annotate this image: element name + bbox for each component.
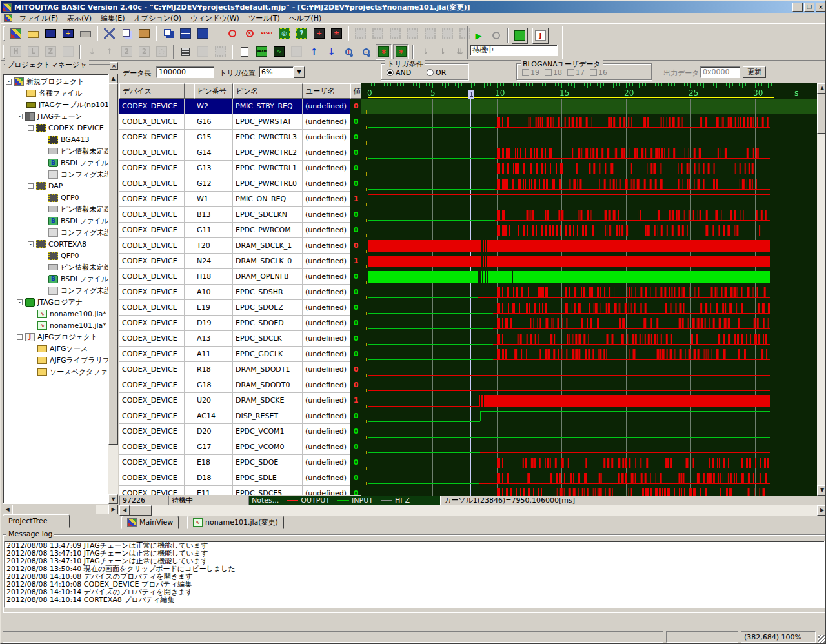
run-button[interactable]: ▶	[470, 28, 487, 44]
menu-item-5[interactable]: ウィンドウ(W)	[186, 13, 244, 24]
disconnect-probe-button[interactable]: ×	[241, 25, 257, 41]
stop-button[interactable]	[488, 28, 504, 44]
tile-vertical-button[interactable]	[195, 25, 211, 41]
wave-vscrollbar[interactable]: ▲ ▼	[817, 83, 826, 496]
wave-marker-button-1[interactable]: ∗	[376, 44, 392, 60]
bram-button[interactable]: BRAM	[254, 44, 270, 60]
tree-item-noname101.jla*[interactable]: ∿noname101.jla*	[5, 319, 108, 331]
data-length-input[interactable]: 100000	[156, 66, 214, 78]
column-header-デバイス[interactable]: デバイス	[119, 83, 185, 99]
signal-row-EPDC_PWRCTRL0[interactable]: CODEX_DEVICEG12EPDC_PWRCTRL0(undefined)	[119, 176, 350, 192]
menu-item-3[interactable]: 編集(E)	[96, 13, 130, 24]
tree-item-コンフィグ未設定[interactable]: コンフィグ未設定	[5, 285, 108, 296]
signal-row-EPDC_GDCLK[interactable]: CODEX_DEVICEA11EPDC_GDCLK(undefined)	[119, 347, 350, 362]
new-project-button[interactable]	[8, 25, 24, 41]
project-panel-close-icon[interactable]: ×	[110, 62, 118, 70]
tree-item-JTAGロジアナ[interactable]: -JTAGロジアナ	[5, 296, 108, 308]
tree-item-コンフィグ未設定[interactable]: コンフィグ未設定	[5, 226, 108, 238]
tree-expander-icon[interactable]: -	[28, 125, 34, 131]
tree-item-AJFGプロジェクト[interactable]: -JAJFGプロジェクト	[5, 331, 108, 343]
tree-item-DAP[interactable]: -DAP	[5, 180, 108, 192]
signal-row-EPDC_SDLE[interactable]: CODEX_DEVICED18EPDC_SDLE(undefined)	[119, 470, 350, 486]
or-radio[interactable]: OR	[427, 68, 446, 77]
signal-row-PMIC_STBY_REQ[interactable]: CODEX_DEVICEW2PMIC_STBY_REQ(undefined)	[119, 99, 350, 114]
tree-item-BSDLファイル参照[interactable]: BBSDLファイル参照	[5, 273, 108, 285]
signal-row-EPDC_VCOM1[interactable]: CODEX_DEVICED20EPDC_VCOM1(undefined)	[119, 424, 350, 439]
signal-row-EPDC_PWRCTRL2[interactable]: CODEX_DEVICEG14EPDC_PWRCTRL2(undefined)	[119, 145, 350, 161]
tree-item-AJFGソース[interactable]: AJFGソース	[5, 343, 108, 354]
logana-run-button[interactable]	[512, 28, 528, 44]
restore-button[interactable]: ❐	[804, 3, 814, 12]
menu-item-2[interactable]: 表示(V)	[63, 13, 96, 24]
project-tree-tab[interactable]: ProjectTree	[3, 514, 70, 528]
tree-item-QFP0[interactable]: QFP0	[5, 250, 108, 261]
signal-row-DRAM_SDCKE[interactable]: CODEX_DEVICEU20DRAM_SDCKE(undefined)	[119, 393, 350, 408]
add-device-button[interactable]: +	[311, 25, 327, 41]
tree-item-ピン情報未定義[interactable]: ピン情報未定義	[5, 261, 108, 273]
save-as-button[interactable]: +	[60, 25, 76, 41]
cut-button[interactable]	[101, 25, 117, 41]
tree-item-QFP0[interactable]: QFP0	[5, 192, 108, 203]
copy-button[interactable]	[119, 25, 135, 41]
open-button[interactable]	[25, 25, 41, 41]
waveform-capture-button[interactable]: ∿	[271, 44, 287, 60]
new-waveform-button[interactable]	[236, 44, 252, 60]
scroll-down-button[interactable]: ↓	[323, 44, 339, 60]
wave-hscrollbar[interactable]: ◀ ▶	[119, 505, 826, 516]
cascade-windows-button[interactable]	[160, 25, 176, 41]
tab-MainView[interactable]: MainView	[121, 516, 179, 529]
title-bar[interactable]: MITOUJTAG BASIC Version 2.40c - "C:¥MJ2D…	[1, 1, 826, 13]
signal-row-EPDC_SDOED[interactable]: CODEX_DEVICED19EPDC_SDOED(undefined)	[119, 316, 350, 331]
signal-row-EPDC_PWRSTAT[interactable]: CODEX_DEVICEG16EPDC_PWRSTAT(undefined)	[119, 114, 350, 130]
signal-row-EPDC_SDCLKN[interactable]: CODEX_DEVICEB13EPDC_SDCLKN(undefined)	[119, 207, 350, 223]
column-header-blank[interactable]	[185, 83, 194, 99]
trigger-pos-select[interactable]: 6%	[259, 66, 294, 78]
tree-item-AJFGライブラリファイル[interactable]: AJFGライブラリファイル	[5, 354, 108, 366]
and-radio[interactable]: AND	[387, 68, 411, 77]
tree-item-CORTEXA8[interactable]: -CORTEXA8	[5, 238, 108, 250]
menu-item-4[interactable]: オプション(O)	[130, 13, 186, 24]
menu-item-7[interactable]: ヘルプ(H)	[285, 13, 327, 24]
toolbar-grip[interactable]	[3, 45, 5, 59]
tree-item-コンフィグ未設定[interactable]: コンフィグ未設定	[5, 168, 108, 180]
wave-marker-button-2[interactable]: ∗	[393, 44, 409, 60]
zoom-out-button[interactable]: -	[358, 44, 374, 60]
tree-expander-icon[interactable]: -	[17, 299, 23, 305]
tree-item-JTAGケーブル(np1010)[interactable]: JTAGケーブル(np1010)	[5, 99, 108, 110]
signal-row-EPDC_SDOEZ[interactable]: CODEX_DEVICEE19EPDC_SDOEZ(undefined)	[119, 300, 350, 316]
signal-row-EPDC_SDCE5[interactable]: CODEX_DEVICEE11EPDC_SDCE5(undefined)	[119, 486, 350, 495]
signal-row-DRAM_SDODT0[interactable]: CODEX_DEVICEG18DRAM_SDODT0(undefined)	[119, 377, 350, 393]
menu-item-1[interactable]: ファイル(F)	[15, 13, 63, 24]
tree-item-ピン情報未定義[interactable]: ピン情報未定義	[5, 203, 108, 215]
ajfg-stop-button[interactable]: J	[532, 28, 549, 44]
signal-row-EPDC_SDSHR[interactable]: CODEX_DEVICEA10EPDC_SDSHR(undefined)	[119, 285, 350, 300]
output-data-input[interactable]: 0x0000	[700, 66, 740, 78]
tree-item-BSDLファイル参照[interactable]: BBSDLファイル参照	[5, 215, 108, 226]
tree-expander-icon[interactable]: -	[17, 334, 23, 340]
column-header-ユーザ名[interactable]: ユーザ名	[303, 83, 350, 99]
tree-expander-icon[interactable]: -	[6, 79, 12, 85]
reset-button[interactable]: RESET	[259, 25, 275, 41]
menu-item-6[interactable]: ツール(T)	[244, 13, 285, 24]
print-button[interactable]	[77, 25, 94, 41]
tree-expander-icon[interactable]: -	[28, 241, 34, 247]
add-device-list-button[interactable]: ±	[328, 25, 345, 41]
signal-row-DRAM_OPENFB[interactable]: CODEX_DEVICEH18DRAM_OPENFB(undefined)	[119, 269, 350, 285]
tab-noname101.jla(変更)[interactable]: ∿noname101.jla(変更)	[187, 516, 284, 529]
tree-item-BSDLファイル参照[interactable]: BBSDLファイル参照	[5, 157, 108, 168]
signal-row-DRAM_SDCLK_0[interactable]: CODEX_DEVICEN24DRAM_SDCLK_0(undefined)	[119, 254, 350, 269]
signal-row-PMIC_ON_REQ[interactable]: CODEX_DEVICEW1PMIC_ON_REQ(undefined)	[119, 192, 350, 207]
tree-item-CODEX_DEVICE[interactable]: -CODEX_DEVICE	[5, 122, 108, 134]
column-header-ピン番号[interactable]: ピン番号	[194, 83, 233, 99]
tree-hscrollbar[interactable]: ◀ ▶	[3, 505, 118, 514]
connect-probe-button[interactable]	[224, 25, 240, 41]
save-button[interactable]	[43, 25, 59, 41]
signal-row-EPDC_PWRCTRL3[interactable]: CODEX_DEVICEG15EPDC_PWRCTRL3(undefined)	[119, 130, 350, 145]
tile-horizontal-button[interactable]	[177, 25, 194, 41]
tree-item-ソースベクタファイル[interactable]: ソースベクタファイル	[5, 366, 108, 377]
signal-row-EPDC_SDCLK[interactable]: CODEX_DEVICEA13EPDC_SDCLK(undefined)	[119, 331, 350, 347]
resize-grip[interactable]	[818, 635, 826, 643]
signal-row-DRAM_SDODT1[interactable]: CODEX_DEVICER18DRAM_SDODT1(undefined)	[119, 362, 350, 377]
close-button[interactable]: ×	[816, 3, 826, 12]
minimize-button[interactable]: _	[792, 3, 803, 12]
